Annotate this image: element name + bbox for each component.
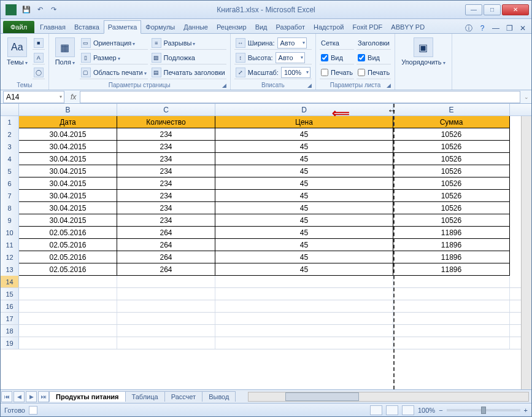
table-cell[interactable]: 02.05.2016 [19, 227, 117, 239]
table-cell[interactable]: 30.04.2015 [19, 177, 117, 190]
table-cell[interactable]: 264 [117, 239, 215, 251]
view-break-button[interactable] [402, 405, 414, 415]
empty-cell[interactable] [117, 288, 215, 300]
sheet-tab-3[interactable]: Вывод [202, 391, 236, 402]
table-cell[interactable]: 30.04.2015 [19, 128, 117, 141]
minimize-ribbon-icon[interactable]: ⓘ [464, 23, 474, 33]
empty-cell[interactable] [117, 276, 215, 287]
empty-cell[interactable] [393, 325, 510, 337]
table-cell[interactable]: 02.05.2016 [19, 263, 117, 276]
table-cell[interactable]: 10526 [393, 141, 510, 153]
name-box[interactable]: A14 [3, 91, 64, 103]
head-view-checkbox[interactable] [358, 54, 365, 61]
table-cell[interactable]: 45 [215, 153, 393, 165]
table-header-cell[interactable]: Дата [19, 116, 117, 128]
sheet-nav-next[interactable]: ▶ [26, 391, 37, 402]
empty-cell[interactable] [117, 313, 215, 324]
tab-file[interactable]: Файл [3, 21, 34, 33]
table-cell[interactable]: 45 [215, 141, 393, 153]
minimize-button[interactable]: — [465, 4, 482, 15]
expand-formula-icon[interactable]: ⌄ [524, 94, 529, 100]
row-header[interactable]: 14 [1, 276, 19, 287]
row-header[interactable]: 3 [1, 141, 19, 153]
vertical-scrollbar[interactable] [521, 116, 531, 389]
empty-cell[interactable] [19, 325, 117, 337]
row-header[interactable]: 6 [1, 177, 19, 190]
table-cell[interactable]: 45 [215, 263, 393, 276]
empty-cell[interactable] [19, 276, 117, 287]
empty-cell[interactable] [215, 300, 393, 312]
row-header[interactable]: 11 [1, 239, 19, 251]
table-cell[interactable]: 234 [117, 153, 215, 165]
arrange-button[interactable]: ▣ Упорядочить [399, 36, 447, 87]
formula-input[interactable] [80, 91, 520, 103]
worksheet-grid[interactable]: B C D E 1ДатаКоличествоЦенаСумма230.04.2… [1, 104, 531, 389]
row-header[interactable]: 18 [1, 325, 19, 337]
width-combo[interactable]: Авто [277, 37, 307, 49]
zoom-out-button[interactable]: − [439, 407, 442, 414]
table-cell[interactable]: 45 [215, 177, 393, 190]
size-button[interactable]: ▯Размер [80, 51, 148, 64]
table-cell[interactable]: 30.04.2015 [19, 165, 117, 177]
table-header-cell[interactable]: Количество [117, 116, 215, 128]
select-all-corner[interactable] [1, 104, 19, 115]
empty-cell[interactable] [19, 288, 117, 300]
col-header-d[interactable]: D [215, 104, 393, 115]
fx-icon[interactable]: fx [67, 93, 80, 101]
row-header[interactable]: 13 [1, 263, 19, 276]
empty-cell[interactable] [19, 313, 117, 324]
empty-cell[interactable] [393, 288, 510, 300]
table-cell[interactable]: 11896 [393, 251, 510, 263]
table-cell[interactable]: 45 [215, 251, 393, 263]
sheet-tab-0[interactable]: Продукты питания [49, 391, 126, 402]
table-cell[interactable]: 02.05.2016 [19, 251, 117, 263]
table-cell[interactable]: 234 [117, 141, 215, 153]
scale-combo[interactable]: 100% [281, 67, 310, 78]
sheet-nav-prev[interactable]: ◀ [13, 391, 25, 402]
effects-icon[interactable]: ◯ [34, 68, 44, 77]
print-titles-button[interactable]: ▤Печатать заголовки [150, 66, 226, 79]
sheet-tab-1[interactable]: Таблица [125, 391, 165, 402]
table-cell[interactable]: 10526 [393, 214, 510, 227]
table-cell[interactable]: 30.04.2015 [19, 214, 117, 227]
table-cell[interactable]: 30.04.2015 [19, 153, 117, 165]
save-icon[interactable]: 💾 [21, 5, 31, 15]
margins-button[interactable]: ▦ Поля [53, 36, 77, 80]
undo-icon[interactable]: ↶ [35, 5, 45, 15]
empty-cell[interactable] [215, 276, 393, 287]
grid-view-checkbox[interactable] [321, 54, 328, 61]
table-cell[interactable]: 10526 [393, 190, 510, 202]
tab-developer[interactable]: Разработ [272, 20, 309, 33]
row-header[interactable]: 9 [1, 214, 19, 227]
zoom-slider[interactable] [447, 409, 520, 411]
row-header[interactable]: 12 [1, 251, 19, 263]
grid-print-checkbox[interactable] [321, 69, 328, 76]
empty-cell[interactable] [117, 300, 215, 312]
table-cell[interactable]: 45 [215, 165, 393, 177]
horizontal-scrollbar[interactable] [248, 392, 529, 402]
empty-cell[interactable] [393, 276, 510, 287]
tab-insert[interactable]: Вставка [70, 20, 104, 33]
row-header[interactable]: 15 [1, 288, 19, 300]
table-cell[interactable]: 30.04.2015 [19, 141, 117, 153]
redo-icon[interactable]: ↷ [48, 5, 58, 15]
help-icon[interactable]: ? [477, 23, 487, 33]
head-print-checkbox[interactable] [358, 69, 365, 76]
zoom-in-button[interactable]: + [524, 407, 528, 414]
colors-icon[interactable]: ■ [34, 38, 44, 48]
table-cell[interactable]: 234 [117, 177, 215, 190]
tab-foxit[interactable]: Foxit PDF [348, 20, 387, 33]
tab-abbyy[interactable]: ABBYY PD [387, 20, 429, 33]
wb-restore-icon[interactable]: ❐ [504, 23, 514, 33]
table-cell[interactable]: 10526 [393, 202, 510, 214]
table-cell[interactable]: 45 [215, 202, 393, 214]
table-cell[interactable]: 234 [117, 214, 215, 227]
row-header[interactable]: 4 [1, 153, 19, 165]
tab-data[interactable]: Данные [179, 20, 212, 33]
table-cell[interactable]: 11896 [393, 263, 510, 276]
macro-record-icon[interactable] [29, 406, 37, 415]
table-header-cell[interactable]: Сумма [393, 116, 510, 128]
row-header[interactable]: 16 [1, 300, 19, 312]
fit-launcher[interactable]: ◢ [307, 82, 312, 88]
table-cell[interactable]: 10526 [393, 128, 510, 141]
